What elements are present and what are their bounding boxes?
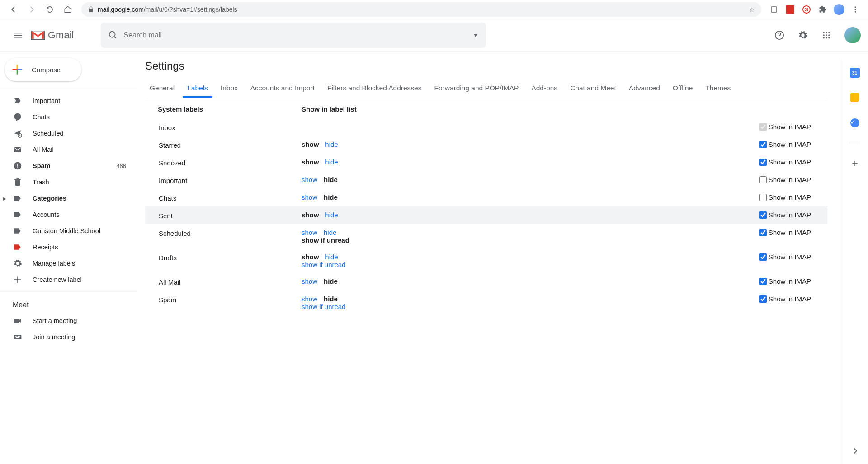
option-show[interactable]: show (302, 229, 317, 236)
sidebar-item-spam[interactable]: Spam466 (0, 158, 132, 174)
meet-item-join-a-meeting[interactable]: Join a meeting (0, 329, 132, 345)
imap-checkbox[interactable] (760, 253, 767, 261)
search-options-icon[interactable]: ▼ (473, 32, 479, 39)
label-row-important: ImportantshowhideShow in IMAP (145, 171, 827, 189)
tab-inbox[interactable]: Inbox (216, 79, 242, 98)
imap-checkbox[interactable] (760, 176, 767, 183)
imap-checkbox[interactable] (760, 141, 767, 148)
option-show-if-unread[interactable]: show if unread (302, 236, 349, 244)
search-icon[interactable] (108, 30, 118, 40)
meet-item-start-a-meeting[interactable]: Start a meeting (0, 313, 132, 329)
imap-checkbox[interactable] (760, 194, 767, 201)
settings-tabs: GeneralLabelsInboxAccounts and ImportFil… (145, 79, 827, 98)
keep-addon-icon[interactable] (849, 92, 860, 103)
extension-icon-1[interactable] (769, 4, 779, 15)
tasks-addon-icon[interactable]: ✓ (849, 117, 860, 128)
option-show[interactable]: show (302, 253, 319, 261)
option-show[interactable]: show (302, 158, 319, 166)
label-row-starred: StarredshowhideShow in IMAP (145, 136, 827, 154)
settings-gear-icon[interactable] (794, 26, 812, 44)
label-row-sent: SentshowhideShow in IMAP (145, 206, 827, 224)
svg-rect-0 (771, 7, 777, 12)
option-show-if-unread[interactable]: show if unread (302, 303, 346, 310)
back-icon[interactable] (8, 4, 19, 15)
imap-checkbox[interactable] (760, 159, 767, 166)
tab-forwarding-and-pop-imap[interactable]: Forwarding and POP/IMAP (429, 79, 523, 98)
svg-point-12 (823, 37, 825, 38)
label-icon (13, 193, 23, 203)
tab-offline[interactable]: Offline (668, 79, 698, 98)
option-hide[interactable]: hide (325, 141, 338, 148)
apps-grid-icon[interactable] (817, 26, 835, 44)
label-name: Snoozed (159, 158, 302, 167)
label-icon (13, 226, 23, 236)
tab-themes[interactable]: Themes (701, 79, 735, 98)
svg-point-15 (14, 113, 21, 120)
option-hide[interactable]: hide (325, 253, 338, 261)
sidebar-item-all-mail[interactable]: All Mail (0, 141, 132, 158)
tab-chat-and-meet[interactable]: Chat and Meet (566, 79, 621, 98)
option-hide[interactable]: hide (324, 295, 338, 303)
option-hide[interactable]: hide (325, 158, 338, 166)
sidebar-item-gunston-middle-school[interactable]: Gunston Middle School (0, 223, 132, 239)
tab-advanced[interactable]: Advanced (624, 79, 665, 98)
option-hide[interactable]: hide (324, 229, 336, 236)
imap-checkbox[interactable] (760, 211, 767, 219)
sidebar-item-chats[interactable]: Chats (0, 109, 132, 125)
option-show[interactable]: show (302, 295, 317, 303)
side-panel-collapse-icon[interactable] (851, 447, 859, 455)
option-hide[interactable]: hide (324, 277, 338, 285)
imap-checkbox[interactable] (760, 295, 767, 303)
sidebar-item-receipts[interactable]: Receipts (0, 239, 132, 255)
extensions-puzzle-icon[interactable] (817, 4, 828, 15)
important-icon (13, 96, 23, 106)
label-name: Drafts (159, 253, 302, 262)
sidebar-item-trash[interactable]: Trash (0, 174, 132, 190)
gmail-logo[interactable]: Gmail (31, 29, 74, 41)
imap-checkbox[interactable] (760, 229, 767, 236)
star-icon[interactable]: ☆ (749, 6, 755, 13)
support-icon[interactable] (770, 26, 788, 44)
option-hide[interactable]: hide (325, 211, 338, 219)
option-show[interactable]: show (302, 277, 317, 285)
imap-label: Show in IMAP (769, 193, 811, 201)
sidebar-item-create-new-label[interactable]: Create new label (0, 272, 132, 288)
main-menu-icon[interactable] (7, 24, 29, 46)
omnibox[interactable]: mail.google.com/mail/u/0/?shva=1#setting… (81, 2, 761, 17)
option-show[interactable]: show (302, 141, 319, 148)
reload-icon[interactable] (44, 4, 55, 15)
sidebar-item-important[interactable]: Important (0, 93, 132, 109)
imap-toggle: Show in IMAP (555, 123, 827, 131)
home-icon[interactable] (62, 4, 73, 15)
extension-icon-2[interactable] (785, 4, 796, 15)
chrome-menu-icon[interactable] (850, 4, 861, 15)
option-hide[interactable]: hide (324, 176, 338, 183)
compose-button[interactable]: Compose (5, 58, 81, 81)
sidebar-item-scheduled[interactable]: Scheduled (0, 125, 132, 141)
option-show-if-unread[interactable]: show if unread (302, 261, 346, 268)
account-avatar[interactable] (844, 27, 861, 43)
option-show[interactable]: show (302, 211, 319, 219)
option-show[interactable]: show (302, 176, 317, 183)
tab-filters-and-blocked-addresses[interactable]: Filters and Blocked Addresses (323, 79, 426, 98)
calendar-addon-icon[interactable]: 31 (850, 68, 860, 78)
tab-accounts-and-import[interactable]: Accounts and Import (246, 79, 319, 98)
imap-checkbox[interactable] (760, 123, 767, 131)
forward-icon[interactable] (26, 4, 37, 15)
sidebar-item-manage-labels[interactable]: Manage labels (0, 255, 132, 272)
get-addons-icon[interactable]: ＋ (849, 158, 860, 169)
option-show[interactable]: show (302, 193, 317, 201)
search-input[interactable] (123, 31, 472, 39)
sidebar-item-categories[interactable]: ▶Categories (0, 190, 132, 206)
tab-general[interactable]: General (145, 79, 179, 98)
label-row-scheduled: Scheduledshowhideshow if unreadShow in I… (145, 224, 827, 248)
tab-labels[interactable]: Labels (183, 79, 212, 98)
tab-add-ons[interactable]: Add-ons (527, 79, 562, 98)
option-hide[interactable]: hide (324, 193, 338, 201)
search-box[interactable]: ▼ (101, 23, 486, 48)
imap-checkbox[interactable] (760, 278, 767, 285)
profile-avatar-icon[interactable] (834, 4, 844, 15)
sidebar-item-accounts[interactable]: Accounts (0, 206, 132, 223)
imap-toggle: Show in IMAP (555, 193, 827, 201)
extension-icon-3[interactable]: S (801, 4, 812, 15)
